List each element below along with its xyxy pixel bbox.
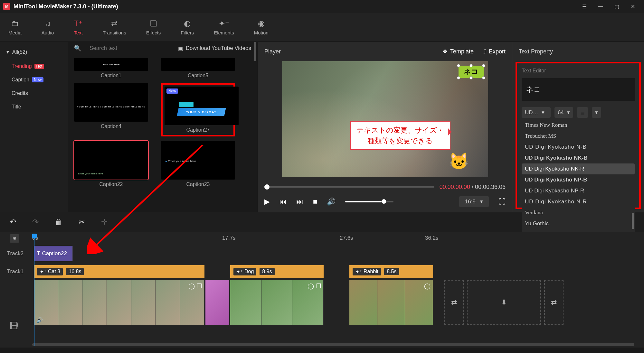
font-option[interactable]: Trebuchet MS [522,131,635,142]
drop-placeholder[interactable]: ⬇ [467,280,541,325]
copy-icon: ❐ [316,283,321,290]
template-caption23[interactable]: Enter your name here Caption23 [161,141,235,187]
font-size-dropdown[interactable]: 64▾ [554,107,573,118]
font-option-selected[interactable]: UD Digi Kyokasho NK-R [522,163,635,174]
play-button[interactable]: ▶ [264,198,270,206]
clip-thumbs-rabbit[interactable]: ◯ [349,280,433,325]
timeline-ruler[interactable]: ⊞ 0s 17.7s 27.6s 36.2s [0,232,644,245]
tab-media[interactable]: 🗀Media [6,18,24,37]
export-button[interactable]: ⤴Export [483,48,506,55]
category-credits[interactable]: Credits [0,87,68,100]
font-option[interactable]: UD Digi Kyokasho N-R [522,196,635,207]
tab-elements[interactable]: ✦⁺Elements [212,18,236,37]
font-option[interactable]: Times New Roman [522,120,635,131]
tab-transition[interactable]: ⇄Transitions [101,18,128,37]
clip-transition[interactable] [205,280,229,325]
film-icon: 🎞 [10,321,19,331]
playhead-line [34,238,34,346]
next-frame-button[interactable]: ⏭ [296,198,303,206]
clip-thumbs-dog[interactable]: ◯❐ [230,280,324,325]
hamburger-icon[interactable]: ☰ [576,0,592,13]
template-caption27-highlighted[interactable]: New YOUR TEXT HERE Caption27 [161,83,235,136]
video-clip-dog[interactable]: ✦⁺Dog 8.9s [230,265,324,278]
text-overlay[interactable]: ネコ [459,66,484,78]
tab-audio[interactable]: ♫Audio [40,18,56,37]
aspect-ratio-dropdown[interactable]: 16:9▾ [459,196,489,207]
seek-bar[interactable] [264,186,434,188]
video-clip-cat[interactable]: ✦⁺Cat 3 16.8s [34,265,204,278]
tab-text[interactable]: T⁺Text [72,18,85,37]
chevron-down-icon: ▾ [567,109,570,116]
minimize-button[interactable]: — [592,0,609,13]
font-list: Times New Roman Trebuchet MS UD Digi Kyo… [522,120,635,232]
text-clip-caption22[interactable]: TCaption22 [34,246,72,261]
clip-thumbs-cat[interactable]: ◯❐ 🔊 [34,280,204,325]
category-title[interactable]: Title [0,100,68,114]
text-content-input[interactable] [522,78,635,101]
category-caption[interactable]: CaptionNew [0,73,68,87]
maximize-button[interactable]: ▢ [609,0,625,13]
playhead[interactable] [32,234,37,238]
video-clip-rabbit[interactable]: ✦⁺Rabbit 8.5s [349,265,433,278]
font-option[interactable]: UD Digi Kyokasho NK-B [522,153,635,163]
font-list-scrollbar[interactable] [632,213,634,229]
font-option[interactable]: Yu Gothic [522,218,635,229]
crop-button[interactable]: ✛ [101,218,108,227]
tab-filters[interactable]: ◐Filters [179,18,196,37]
folder-icon: 🗀 [11,19,19,28]
annotation-callout: テキストの変更、サイズ・ 種類等を変更できる [350,121,450,150]
youtube-icon: ▣ [178,45,183,52]
category-all[interactable]: ▾All(52) [0,44,68,60]
transition-icon: ⇄ [111,19,118,28]
template-caption4[interactable]: YOUR TITLE HERE YOUR TITLE HERE YOUR TIT… [74,83,148,136]
app-title: MiniTool MovieMaker 7.3.0 - (Ultimate) [14,3,118,10]
stop-button[interactable]: ■ [313,198,317,206]
redo-button[interactable]: ↷ [32,218,39,227]
volume-icon[interactable]: 🔊 [36,317,43,323]
volume-slider[interactable] [345,201,393,202]
line-height-button[interactable]: ≣ [577,107,588,118]
app-logo: M [3,3,10,10]
chevron-down-icon: ▾ [542,109,545,116]
download-youtube-button[interactable]: ▣Download YouTube Videos [178,45,251,52]
font-option[interactable]: Yu Gothic UI [522,229,635,232]
chevron-down-icon: ▾ [480,198,483,205]
swap-placeholder[interactable]: ⇄ [544,280,564,325]
star-icon: ✦⁺ [40,269,46,275]
star-icon: ✦⁺ [355,269,362,275]
swap-icon: ⇄ [451,298,457,307]
font-family-dropdown[interactable]: UD…▾ [522,107,551,118]
video-preview[interactable]: ネコ 🐱 › テキストの変更、サイズ・ 種類等を変更できる [258,61,512,177]
tab-effects[interactable]: ❏Effects [144,18,163,37]
text-library-panel: ▾All(52) TrendingHot CaptionNew Credits … [0,42,258,212]
timeline-scrollbar[interactable] [32,343,634,346]
template-caption1[interactable]: Your Title Here Caption1 [74,58,148,79]
tab-motion[interactable]: ◉Motion [252,18,270,37]
font-option[interactable]: UD Digi Kyokasho NP-R [522,185,635,196]
elements-icon: ✦⁺ [219,19,229,28]
add-track-button[interactable]: ⊞ [10,234,19,243]
grid-scrollbar[interactable] [254,42,256,61]
swap-placeholder[interactable]: ⇄ [444,280,464,325]
close-button[interactable]: ✕ [625,0,641,13]
copy-icon: ❐ [197,283,202,290]
prev-frame-button[interactable]: ⏮ [279,198,287,206]
props-highlight: Text Editor UD…▾ 64▾ ≣ ▾ Times New Roman… [516,62,641,209]
undo-button[interactable]: ↶ [10,218,16,227]
search-input[interactable] [88,43,168,53]
delete-button[interactable]: 🗑 [55,218,62,227]
font-option[interactable]: Verdana [522,207,635,218]
volume-icon[interactable]: 🔊 [327,198,336,206]
more-dropdown[interactable]: ▾ [592,107,601,118]
seek-head[interactable] [264,184,270,190]
props-title: Text Property [512,42,644,61]
fullscreen-button[interactable]: ⛶ [498,198,506,206]
text-template-grid: 🔍 ▣Download YouTube Videos Your Title He… [68,42,258,212]
template-button[interactable]: ❖Template [442,48,474,55]
template-caption22[interactable]: Enter your name here Caption22 [74,141,148,187]
category-trending[interactable]: TrendingHot [0,60,68,73]
font-option[interactable]: UD Digi Kyokasho N-B [522,142,635,153]
split-button[interactable]: ✂ [79,218,85,227]
template-caption5[interactable]: Caption5 [161,58,235,79]
font-option[interactable]: UD Digi Kyokasho NP-B [522,174,635,185]
